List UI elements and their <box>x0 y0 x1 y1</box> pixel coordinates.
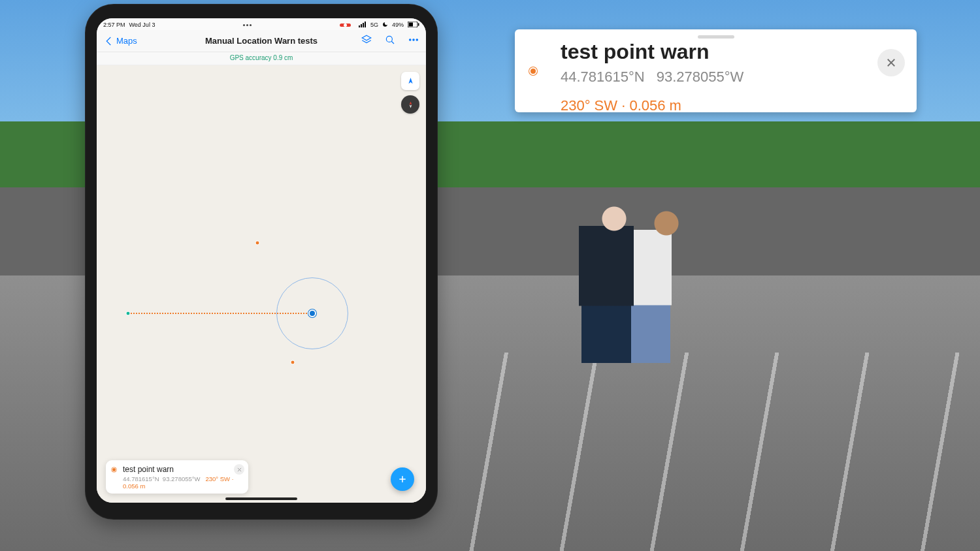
close-icon <box>237 467 242 473</box>
svg-rect-0 <box>359 25 360 27</box>
svg-rect-3 <box>365 22 366 27</box>
compass-icon <box>406 100 416 110</box>
battery-label: 49% <box>392 22 404 28</box>
chevron-left-icon <box>103 35 115 47</box>
feature-symbol-icon <box>112 467 116 472</box>
locate-button[interactable] <box>401 72 419 90</box>
location-arrow-icon <box>406 76 416 86</box>
ipad-screen: 2:57 PM Wed Jul 3 5G 49% <box>97 18 426 503</box>
card-close-button[interactable] <box>234 464 244 475</box>
layers-icon <box>361 34 372 46</box>
screen-record-pill[interactable] <box>340 24 351 27</box>
feature-title: test point warn <box>123 465 242 474</box>
close-icon <box>885 57 897 69</box>
svg-marker-7 <box>362 35 371 40</box>
feature-distance: 0.056 m <box>123 482 145 490</box>
svg-marker-14 <box>409 104 412 108</box>
add-feature-fab[interactable] <box>391 467 414 491</box>
status-date: Wed Jul 3 <box>129 22 155 28</box>
feature-lon-large: 93.278055°W <box>657 69 744 86</box>
svg-point-10 <box>410 39 411 40</box>
feature-title-large: test point warn <box>561 41 871 62</box>
people-in-photo <box>575 196 706 424</box>
map-canvas[interactable]: test point warn 44.781615°N 93.278055°W … <box>97 65 426 503</box>
feature-bearing: 230° SW <box>205 475 230 482</box>
card-close-button-large[interactable] <box>877 49 905 76</box>
status-time: 2:57 PM <box>103 22 125 28</box>
ipad-frame: 2:57 PM Wed Jul 3 5G 49% <box>85 4 438 520</box>
feature-lat-large: 44.781615°N <box>561 69 645 86</box>
feature-lat: 44.781615°N <box>123 475 159 482</box>
svg-point-8 <box>386 36 392 42</box>
svg-line-9 <box>391 41 394 44</box>
dnd-icon <box>382 22 388 29</box>
svg-point-11 <box>413 39 414 40</box>
compass-button[interactable] <box>401 95 419 114</box>
svg-rect-2 <box>363 23 364 27</box>
home-indicator[interactable] <box>225 497 297 500</box>
svg-point-12 <box>416 39 417 40</box>
gps-accuracy-banner: GPS accuracy 0.9 cm <box>97 52 426 65</box>
feature-card[interactable]: test point warn 44.781615°N 93.278055°W … <box>106 460 248 494</box>
svg-rect-1 <box>361 24 362 27</box>
battery-icon <box>408 22 419 29</box>
more-button[interactable] <box>408 34 419 48</box>
status-bar: 2:57 PM Wed Jul 3 5G 49% <box>97 18 426 30</box>
feature-distance-large: 0.056 m <box>629 97 681 114</box>
point-marker-start[interactable] <box>126 311 131 316</box>
signal-icon <box>359 22 367 29</box>
search-button[interactable] <box>384 34 396 48</box>
feature-symbol-icon <box>529 67 537 75</box>
gps-current-location[interactable] <box>308 309 316 317</box>
layers-button[interactable] <box>361 34 372 48</box>
svg-rect-6 <box>418 23 419 25</box>
point-marker[interactable] <box>291 360 295 365</box>
feature-card-zoom[interactable]: test point warn 44.781615°N 93.278055°W … <box>515 29 917 112</box>
feature-lon: 93.278055°W <box>163 475 201 482</box>
network-label: 5G <box>370 22 378 28</box>
more-icon <box>408 34 419 46</box>
multitask-dots[interactable] <box>243 24 252 26</box>
feature-bearing-large: 230° SW <box>561 97 617 114</box>
drag-handle[interactable] <box>698 35 734 39</box>
search-icon <box>384 34 396 46</box>
svg-rect-5 <box>408 22 413 26</box>
nav-bar: Maps Manual Location Warn tests <box>97 30 426 52</box>
back-button[interactable]: Maps <box>103 35 137 47</box>
feature-subtitle: 44.781615°N 93.278055°W 230° SW · 0.056 … <box>123 475 242 490</box>
back-label: Maps <box>116 36 137 46</box>
plus-icon <box>397 474 408 484</box>
svg-marker-13 <box>409 101 412 104</box>
point-marker[interactable] <box>255 241 260 245</box>
